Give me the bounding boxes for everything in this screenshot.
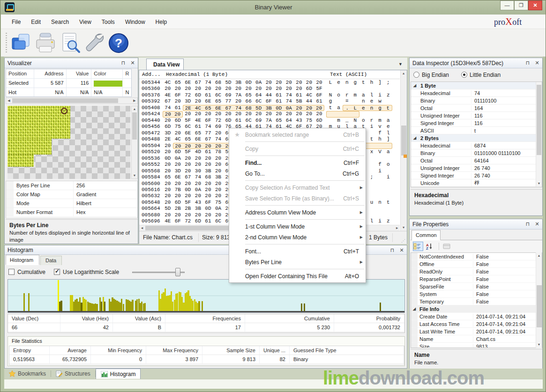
hex-address[interactable]: 005360 [139, 86, 163, 92]
menu-item-find[interactable]: Find...Ctrl+F [229, 157, 366, 168]
hex-address[interactable]: 005536 [139, 155, 163, 162]
ascii-char[interactable]: e [335, 80, 343, 86]
close-icon[interactable]: ✕ [534, 59, 540, 66]
hex-address[interactable]: 005344 [139, 80, 163, 86]
visualizer-vscrollbar[interactable]: ▲▼ [131, 106, 138, 179]
hex-byte[interactable]: 20 [274, 80, 284, 86]
hex-byte[interactable]: 20 [163, 143, 173, 149]
hex-byte[interactable]: 20 [213, 86, 224, 92]
ascii-char[interactable] [367, 193, 376, 199]
ascii-char[interactable] [367, 181, 376, 187]
hex-address[interactable]: 005520 [139, 149, 163, 155]
hex-byte[interactable]: 30 [193, 168, 203, 174]
hex-byte[interactable]: 20 [213, 193, 224, 199]
hex-byte[interactable]: 67 [223, 105, 233, 111]
ascii-char[interactable] [376, 187, 384, 193]
hex-byte[interactable]: 20 [163, 149, 173, 155]
setting-row[interactable]: Bytes Per Line256 [6, 181, 137, 190]
ascii-char[interactable] [376, 212, 384, 218]
hex-byte[interactable]: 20 [203, 86, 213, 92]
ascii-char[interactable] [351, 86, 359, 92]
hex-byte[interactable]: 20 [163, 168, 173, 174]
ascii-char[interactable] [376, 206, 384, 212]
hex-byte[interactable]: 6D [163, 124, 173, 130]
ascii-char[interactable] [367, 168, 376, 174]
hex-byte[interactable]: 0A [284, 105, 294, 111]
hex-byte[interactable]: 43 [193, 200, 203, 206]
hex-byte[interactable]: 67 [203, 136, 213, 142]
property-row[interactable]: OfflineFalse [411, 260, 542, 268]
menu-item-font[interactable]: Font...Ctrl+T [229, 246, 366, 257]
hex-byte[interactable]: 61 [274, 92, 284, 98]
hex-byte[interactable]: 20 [294, 86, 304, 92]
hex-byte[interactable]: 74 [193, 174, 203, 180]
hex-byte[interactable]: 20 [173, 86, 183, 92]
menu-item-address-column-view-mode[interactable]: Address Column View Mode▶ [229, 207, 366, 218]
ascii-char[interactable]: x [367, 149, 376, 155]
menu-item-open-folder-containing-this-file[interactable]: Open Folder Containing This FileAlt+O [229, 271, 366, 281]
hex-byte[interactable]: 20 [193, 162, 203, 168]
ascii-char[interactable]: m [335, 118, 343, 124]
menu-item-1-st-column-view-mode[interactable]: 1-st Column View Mode▶ [229, 221, 366, 232]
hex-byte[interactable]: 6D [304, 86, 314, 92]
ascii-char[interactable]: t [367, 136, 376, 142]
close-icon[interactable]: ✕ [398, 247, 405, 253]
property-group-row[interactable]: ◢File Info [411, 305, 542, 313]
close-button[interactable]: ✕ [528, 0, 542, 10]
hex-byte[interactable]: 6C [254, 98, 264, 104]
tab-data-view[interactable]: Data View [146, 59, 184, 70]
hex-byte[interactable]: 6E [203, 98, 213, 104]
ascii-char[interactable] [326, 86, 335, 92]
inspector-row[interactable]: ASCIIt [411, 127, 542, 134]
ascii-char[interactable]: z [384, 92, 392, 98]
hex-byte[interactable]: 5D [223, 80, 233, 86]
hex-byte[interactable]: 67 [193, 80, 203, 86]
hex-byte[interactable]: 61 [203, 218, 213, 224]
visualizer-bitmap[interactable] [7, 106, 130, 179]
hex-byte[interactable]: 20 [223, 86, 233, 92]
hex-byte[interactable]: 78 [213, 149, 224, 155]
ascii-char[interactable]: m [351, 92, 359, 98]
hex-byte[interactable]: 72 [183, 92, 193, 98]
hex-byte[interactable]: 3D [183, 98, 193, 104]
ascii-char[interactable] [376, 174, 384, 180]
hex-byte[interactable]: 61 [203, 149, 213, 155]
hex-byte[interactable]: 20 [173, 111, 183, 117]
ascii-char[interactable]: o [335, 92, 343, 98]
hex-byte[interactable]: 6D [173, 200, 183, 206]
hex-byte[interactable]: 20 [213, 187, 224, 193]
ascii-char[interactable] [376, 143, 384, 149]
hex-byte[interactable]: 20 [173, 130, 183, 136]
expand-icon[interactable]: ◢ [411, 83, 419, 88]
ascii-char[interactable] [326, 111, 335, 117]
hex-byte[interactable]: 61 [233, 118, 244, 124]
properties-scrollbar[interactable]: ▲▼ [536, 252, 542, 348]
ascii-char[interactable]: g [351, 80, 359, 86]
hex-address[interactable]: 005456 [139, 124, 163, 130]
ascii-char[interactable] [367, 212, 376, 218]
toolbar-grip[interactable] [6, 33, 7, 53]
inspector-row[interactable]: Signed Integer116 [411, 119, 542, 127]
hex-byte[interactable]: 2B [183, 206, 193, 212]
hex-byte[interactable]: 20 [304, 111, 314, 117]
menu-search[interactable]: Search [46, 17, 74, 27]
hex-byte[interactable]: 69 [213, 124, 224, 130]
ascii-char[interactable]: w [376, 98, 384, 104]
hex-byte[interactable]: 61 [274, 98, 284, 104]
hex-byte[interactable]: 3B [233, 80, 244, 86]
hex-byte[interactable]: 67 [183, 174, 193, 180]
hex-byte[interactable]: 20 [203, 111, 213, 117]
hex-byte[interactable]: 6F [314, 92, 324, 98]
ascii-char[interactable]: ; [384, 80, 392, 86]
ascii-char[interactable] [367, 206, 376, 212]
hex-byte[interactable]: 6E [183, 80, 193, 86]
hex-byte[interactable]: 20 [203, 181, 213, 187]
hex-byte[interactable]: 20 [173, 143, 183, 149]
pin-icon[interactable]: ⊓ [120, 59, 127, 66]
hex-byte[interactable]: 61 [294, 92, 304, 98]
hex-byte[interactable]: 4E [163, 92, 173, 98]
hex-byte[interactable]: 20 [203, 193, 213, 199]
hex-byte[interactable]: 72 [213, 118, 224, 124]
property-row[interactable]: Last Access Time2014-07-14, 09:21:04 [411, 320, 542, 328]
inspector-group-row[interactable]: ◢2 Bytes [411, 134, 542, 142]
